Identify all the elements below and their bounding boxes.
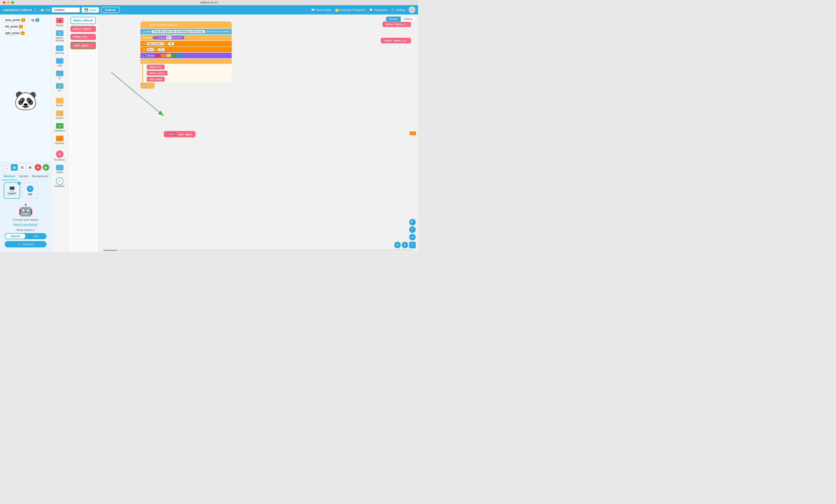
close-icon[interactable]: ✕ bbox=[18, 181, 21, 185]
display-colors bbox=[156, 54, 182, 57]
link-icon: 🔗 bbox=[17, 243, 21, 246]
tab-devices[interactable]: Devices bbox=[2, 173, 17, 180]
save-icon: 💾 bbox=[84, 8, 88, 12]
palette-mbot2[interactable]: 🤖 mBot2 bbox=[51, 163, 68, 176]
zoom-reset-button[interactable]: ↺ bbox=[409, 234, 416, 240]
hat-block[interactable]: ⚡ when CyberPi starts up bbox=[140, 21, 232, 28]
how-to-use-link[interactable]: How to use device? bbox=[5, 223, 46, 226]
palette-display[interactable]: 📺 Display bbox=[51, 16, 68, 28]
blocks-view-tab[interactable]: Blocks bbox=[386, 17, 400, 22]
undo-button[interactable]: ↺ bbox=[394, 242, 401, 248]
close-button[interactable] bbox=[3, 1, 5, 4]
var-base-power[interactable]: base_power 0 bbox=[3, 18, 27, 23]
display-label: Display bbox=[56, 24, 63, 26]
folder-icon: 📁 bbox=[40, 8, 44, 12]
block-area: Make a Block detect_colors follow_line s… bbox=[68, 15, 98, 252]
follow-line-block[interactable]: follow_line bbox=[71, 34, 96, 40]
feedback-link[interactable]: 💬 Feedback bbox=[369, 8, 387, 12]
canvas-scrollbar[interactable] bbox=[103, 250, 413, 251]
minimize-button[interactable] bbox=[7, 1, 10, 4]
display-block[interactable]: 🔳 display bbox=[140, 53, 232, 58]
code-view-icon[interactable]: </> bbox=[410, 132, 416, 135]
user-guide-link[interactable]: 📖 User Guide bbox=[311, 8, 331, 12]
main-area: base_power 0 kp 0 left_power 0 right_pow… bbox=[0, 15, 418, 252]
mode-switch: Mode Switch ℹ Upload Live bbox=[5, 229, 46, 239]
palette-ai[interactable]: 🤖 Ai bbox=[51, 69, 68, 81]
extension-icon: + bbox=[56, 177, 63, 185]
palette-sensing[interactable]: 👁 Sensing bbox=[51, 44, 68, 56]
mode-switch-label: Mode Switch ℹ bbox=[5, 229, 46, 232]
tab-background[interactable]: Background bbox=[30, 173, 50, 180]
palette-events[interactable]: ⚡ Events bbox=[51, 96, 68, 109]
set-base-power-block[interactable]: set base_power ▾ to 40 bbox=[140, 41, 232, 46]
wait-until-block[interactable]: wait until 🔳 button B ▾ pressed? bbox=[140, 35, 232, 41]
add-device-button[interactable]: + Add bbox=[22, 182, 38, 199]
define-detect-colors-block[interactable]: define detect_co... bbox=[381, 38, 411, 43]
canvas-scrollbar-thumb[interactable] bbox=[103, 250, 117, 251]
python-view-tab[interactable]: Python bbox=[401, 17, 416, 22]
kp-val: 0.5 bbox=[158, 48, 165, 51]
full-screen-button[interactable]: ⛶ bbox=[3, 164, 10, 171]
grid-view-button[interactable]: ⊞ bbox=[27, 164, 33, 171]
fullscreen-code-button[interactable]: = bbox=[409, 242, 416, 248]
events-icon: ⚡ bbox=[56, 98, 63, 103]
code-canvas[interactable]: ⚡ when CyberPi starts up 🖨 print Press B… bbox=[98, 15, 418, 252]
tab-sprites[interactable]: Sprites bbox=[17, 173, 30, 180]
example-programs-link[interactable]: 🗂️ Example Programs bbox=[335, 8, 365, 12]
forever-block[interactable]: forever bbox=[140, 59, 232, 64]
palette-motion-sensing[interactable]: 📡 Motion Sensing bbox=[51, 28, 68, 44]
upload-mode-button[interactable]: Upload bbox=[5, 234, 25, 239]
save-button[interactable]: 💾 Save bbox=[82, 7, 99, 13]
button-select[interactable]: B ▾ bbox=[166, 36, 172, 39]
palette-extension[interactable]: + extension bbox=[51, 176, 68, 189]
define-follow-line-block[interactable]: define follow_li... bbox=[382, 21, 411, 27]
palette-control[interactable]: 🔄 Control bbox=[51, 109, 68, 121]
stop-button[interactable]: ■ bbox=[35, 164, 41, 171]
zoom-controls: 🔍 🔍 ↺ bbox=[409, 219, 416, 240]
gear-icon: ⚙️ bbox=[391, 8, 395, 12]
var-left-power[interactable]: left_power 0 bbox=[3, 24, 25, 29]
palette-lan[interactable]: 🌐 LAN bbox=[51, 56, 68, 69]
palette-my-blocks[interactable]: ● My Blocks bbox=[51, 149, 68, 163]
project-title-input[interactable] bbox=[52, 7, 80, 12]
setting-link[interactable]: ⚙️ Setting bbox=[391, 8, 405, 12]
palette-operators[interactable]: ⊕ Operators bbox=[51, 121, 68, 134]
print-block[interactable]: 🖨 print Press B to start color line foll… bbox=[140, 29, 232, 34]
device-label: CyberPi bbox=[8, 192, 16, 195]
sprite-area: ✕ 🖥️ CyberPi + Add bbox=[2, 180, 49, 200]
start-again-block[interactable]: start_again bbox=[71, 42, 96, 49]
go-button[interactable]: ▶ bbox=[43, 164, 49, 171]
start-again-inner-block[interactable]: start_again bbox=[147, 77, 165, 82]
maximize-button[interactable] bbox=[11, 1, 14, 4]
avatar[interactable] bbox=[408, 6, 415, 13]
palette-iot[interactable]: 📶 IoT bbox=[51, 81, 68, 94]
color-yellow bbox=[166, 54, 171, 57]
variables-area: base_power 0 kp 0 left_power 0 right_pow… bbox=[0, 15, 51, 39]
var-right-power[interactable]: right_power 0 bbox=[3, 31, 26, 36]
main-script-group: ⚡ when CyberPi starts up 🖨 print Press B… bbox=[140, 21, 232, 89]
follow-line-inner-block[interactable]: follow_line bbox=[147, 64, 165, 70]
publish-button[interactable]: Publish bbox=[101, 7, 120, 13]
device-cyberpi[interactable]: ✕ 🖥️ CyberPi bbox=[4, 182, 20, 199]
live-mode-button[interactable]: Live bbox=[26, 234, 46, 239]
set-kp-block[interactable]: set kp ▾ to 0.5 bbox=[140, 47, 232, 52]
var-kp[interactable]: kp 0 bbox=[30, 18, 41, 23]
medium-view-button[interactable]: ▦ bbox=[11, 164, 18, 171]
control-label: Control bbox=[56, 117, 63, 119]
define-start-again-block[interactable]: define start_again bbox=[164, 131, 195, 137]
view-toggle: Blocks Python bbox=[385, 16, 416, 22]
detect-colors-inner-block[interactable]: detect_colors bbox=[147, 71, 168, 76]
detect-colors-block[interactable]: detect_colors bbox=[71, 26, 96, 32]
list-view-button[interactable]: ☰ bbox=[19, 164, 25, 171]
left-panel: base_power 0 kp 0 left_power 0 right_pow… bbox=[0, 15, 51, 252]
panda-sprite: 🐼 bbox=[14, 91, 37, 110]
panel-tabs: Devices Sprites Background bbox=[2, 173, 49, 180]
color-orange bbox=[161, 54, 166, 57]
zoom-in-button[interactable]: 🔍 bbox=[409, 219, 416, 226]
zoom-out-button[interactable]: 🔍 bbox=[409, 226, 416, 233]
file-menu[interactable]: 📁 File bbox=[40, 8, 50, 12]
palette-variables[interactable]: 📦 Variables bbox=[51, 134, 68, 147]
connect-button[interactable]: 🔗 Connect bbox=[5, 241, 46, 247]
redo-button[interactable]: ↻ bbox=[402, 242, 408, 248]
make-block-button[interactable]: Make a Block bbox=[71, 17, 96, 24]
